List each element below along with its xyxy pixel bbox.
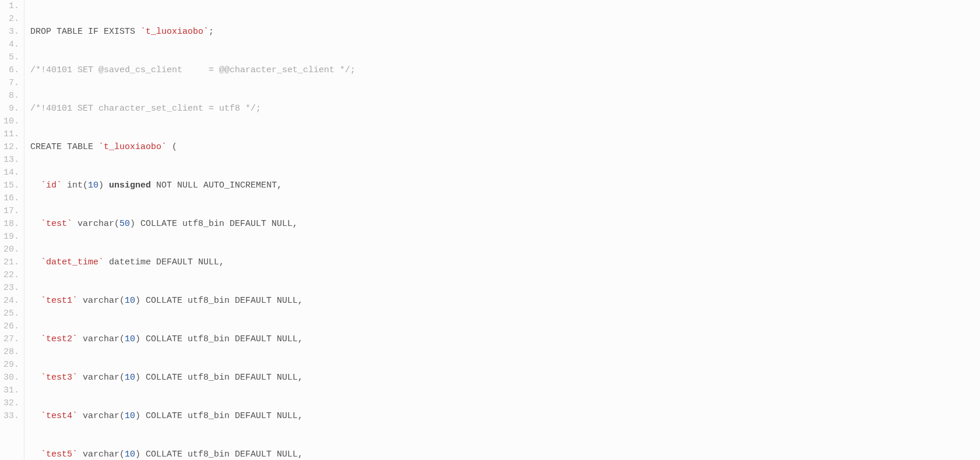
line-number: 33. <box>0 410 19 423</box>
line-number: 7. <box>0 77 19 90</box>
line-number: 22. <box>0 269 19 282</box>
line-number: 26. <box>0 320 19 333</box>
code-line: `datet_time` datetime DEFAULT NULL, <box>30 256 980 269</box>
line-number: 16. <box>0 192 19 205</box>
code-line: `id` int(10) unsigned NOT NULL AUTO_INCR… <box>30 179 980 192</box>
line-number: 21. <box>0 256 19 269</box>
line-number: 11. <box>0 128 19 141</box>
code-line: CREATE TABLE `t_luoxiaobo` ( <box>30 141 980 154</box>
code-line: `test3` varchar(10) COLLATE utf8_bin DEF… <box>30 371 980 384</box>
line-number: 5. <box>0 51 19 64</box>
line-number: 15. <box>0 179 19 192</box>
line-number: 2. <box>0 13 19 26</box>
code-block: 1. 2. 3. 4. 5. 6. 7. 8. 9. 10. 11. 12. 1… <box>0 0 980 460</box>
line-number: 4. <box>0 38 19 51</box>
line-number: 3. <box>0 26 19 38</box>
line-number: 8. <box>0 90 19 102</box>
line-number: 23. <box>0 282 19 295</box>
line-number: 30. <box>0 371 19 384</box>
code-line: DROP TABLE IF EXISTS `t_luoxiaobo`; <box>30 26 980 38</box>
line-number: 9. <box>0 102 19 115</box>
line-number: 18. <box>0 218 19 231</box>
code-line: `test4` varchar(10) COLLATE utf8_bin DEF… <box>30 410 980 423</box>
line-number: 14. <box>0 167 19 179</box>
line-number: 13. <box>0 154 19 167</box>
line-number: 29. <box>0 359 19 371</box>
line-number: 19. <box>0 231 19 243</box>
line-number: 32. <box>0 397 19 410</box>
line-number: 27. <box>0 333 19 346</box>
line-number: 12. <box>0 141 19 154</box>
code-line: `test5` varchar(10) COLLATE utf8_bin DEF… <box>30 448 980 460</box>
code-line: /*!40101 SET character_set_client = utf8… <box>30 102 980 115</box>
code-line: /*!40101 SET @saved_cs_client = @@charac… <box>30 64 980 77</box>
code-line: `test` varchar(50) COLLATE utf8_bin DEFA… <box>30 218 980 231</box>
line-number: 31. <box>0 384 19 397</box>
code-line: `test1` varchar(10) COLLATE utf8_bin DEF… <box>30 295 980 307</box>
code-line: `test2` varchar(10) COLLATE utf8_bin DEF… <box>30 333 980 346</box>
code-content[interactable]: DROP TABLE IF EXISTS `t_luoxiaobo`; /*!4… <box>24 0 980 460</box>
line-number: 25. <box>0 307 19 320</box>
line-number: 20. <box>0 243 19 256</box>
line-number: 17. <box>0 205 19 218</box>
line-number: 6. <box>0 64 19 77</box>
line-number-gutter: 1. 2. 3. 4. 5. 6. 7. 8. 9. 10. 11. 12. 1… <box>0 0 24 460</box>
line-number: 10. <box>0 115 19 128</box>
line-number: 1. <box>0 0 19 13</box>
line-number: 28. <box>0 346 19 359</box>
line-number: 24. <box>0 295 19 307</box>
